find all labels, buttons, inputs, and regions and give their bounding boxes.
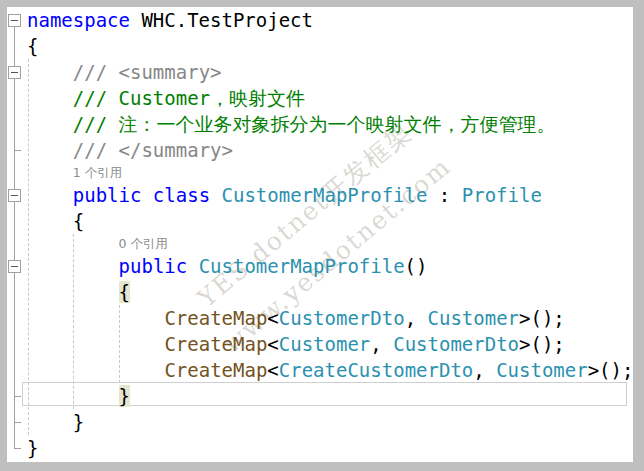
current-line-highlight bbox=[22, 382, 627, 406]
code-token-codelens: 1 个引用 bbox=[73, 165, 122, 180]
code-token-doc: /// <summary> bbox=[73, 61, 222, 83]
code-token-type: Profile bbox=[462, 184, 542, 206]
minus-glyph bbox=[11, 20, 18, 21]
code-token-method: CreateMap bbox=[164, 307, 267, 329]
code-token-keyword: namespace bbox=[27, 9, 130, 31]
code-token-plain: , bbox=[473, 359, 496, 381]
code-line-18[interactable]: } bbox=[27, 435, 38, 461]
code-token-codelens: 0 个引用 bbox=[119, 236, 168, 251]
code-line-13[interactable]: CreateMap<CustomerDto, Customer>(); bbox=[164, 305, 564, 331]
codelens-references[interactable]: 1 个引用 bbox=[73, 163, 122, 182]
code-token-plain: { bbox=[27, 35, 38, 57]
code-token-type: Customer bbox=[428, 307, 520, 329]
minus-glyph bbox=[11, 266, 18, 267]
codelens-references[interactable]: 0 个引用 bbox=[119, 234, 168, 253]
code-token-keyword: public bbox=[119, 255, 199, 277]
code-line-1[interactable]: namespace WHC.TestProject bbox=[27, 7, 313, 33]
minus-glyph bbox=[11, 195, 18, 196]
code-token-comment: /// 注：一个业务对象拆分为一个映射文件，方便管理。 bbox=[73, 113, 556, 135]
code-line-16[interactable]: } bbox=[119, 383, 130, 409]
code-token-type: CreateCustomerDto bbox=[279, 359, 473, 381]
code-token-plain: } bbox=[27, 437, 38, 459]
code-line-15[interactable]: CreateMap<CreateCustomerDto, Customer>()… bbox=[164, 357, 633, 383]
indent-guide bbox=[119, 305, 120, 383]
collapse-toggle-icon[interactable] bbox=[8, 260, 21, 273]
code-token-type: Customer bbox=[496, 359, 588, 381]
code-token-comment: /// Customer，映射文件 bbox=[73, 87, 305, 109]
code-token-plain: } bbox=[119, 385, 130, 407]
code-line-2[interactable]: { bbox=[27, 33, 38, 59]
code-line-17[interactable]: } bbox=[73, 409, 84, 435]
code-token-plain: , bbox=[370, 333, 393, 355]
code-line-12[interactable]: { bbox=[119, 279, 130, 305]
code-line-8[interactable]: public class CustomerMapProfile : Profil… bbox=[73, 182, 542, 208]
collapse-toggle-icon[interactable] bbox=[8, 189, 21, 202]
outline-region-end-tick bbox=[14, 448, 21, 449]
code-token-type: CustomerMapProfile bbox=[222, 184, 428, 206]
code-token-type: CustomerMapProfile bbox=[199, 255, 405, 277]
code-editor-surface[interactable]: YES dotnet开发框架 www.yesdotnet.com namespa… bbox=[7, 7, 633, 462]
code-line-9[interactable]: { bbox=[73, 208, 84, 234]
code-token-type: Customer bbox=[279, 333, 371, 355]
code-line-5[interactable]: /// 注：一个业务对象拆分为一个映射文件，方便管理。 bbox=[73, 111, 556, 137]
code-token-plain: { bbox=[73, 210, 84, 232]
code-token-plain: } bbox=[73, 411, 84, 433]
code-line-14[interactable]: CreateMap<Customer, CustomerDto>(); bbox=[164, 331, 564, 357]
code-token-type: CustomerDto bbox=[279, 307, 405, 329]
collapse-toggle-icon[interactable] bbox=[8, 66, 21, 79]
outline-region-line bbox=[14, 26, 15, 448]
code-token-plain: < bbox=[267, 359, 278, 381]
code-token-plain: < bbox=[267, 307, 278, 329]
collapse-toggle-icon[interactable] bbox=[8, 14, 21, 27]
code-token-plain: : bbox=[427, 184, 461, 206]
code-line-3[interactable]: /// <summary> bbox=[73, 59, 222, 85]
code-token-plain: { bbox=[119, 281, 130, 303]
code-token-plain: , bbox=[405, 307, 428, 329]
indent-guide bbox=[28, 59, 29, 435]
code-token-plain: < bbox=[267, 333, 278, 355]
outline-region-end-tick bbox=[14, 422, 21, 423]
code-token-plain: >(); bbox=[519, 307, 565, 329]
code-token-method: CreateMap bbox=[164, 359, 267, 381]
code-line-4[interactable]: /// Customer，映射文件 bbox=[73, 85, 305, 111]
outline-region-end-tick bbox=[14, 150, 21, 151]
code-line-11[interactable]: public CustomerMapProfile() bbox=[119, 253, 428, 279]
code-token-plain: WHC.TestProject bbox=[130, 9, 313, 31]
outline-region-end-tick bbox=[14, 396, 21, 397]
window-frame: YES dotnet开发框架 www.yesdotnet.com namespa… bbox=[0, 0, 644, 471]
code-line-6[interactable]: /// </summary> bbox=[73, 137, 233, 163]
code-token-plain: >(); bbox=[519, 333, 565, 355]
code-token-method: CreateMap bbox=[164, 333, 267, 355]
code-token-keyword: public class bbox=[73, 184, 222, 206]
code-token-plain: >(); bbox=[588, 359, 633, 381]
minus-glyph bbox=[11, 72, 18, 73]
code-token-doc: /// </summary> bbox=[73, 139, 233, 161]
code-token-plain: () bbox=[405, 255, 428, 277]
code-token-type: CustomerDto bbox=[393, 333, 519, 355]
